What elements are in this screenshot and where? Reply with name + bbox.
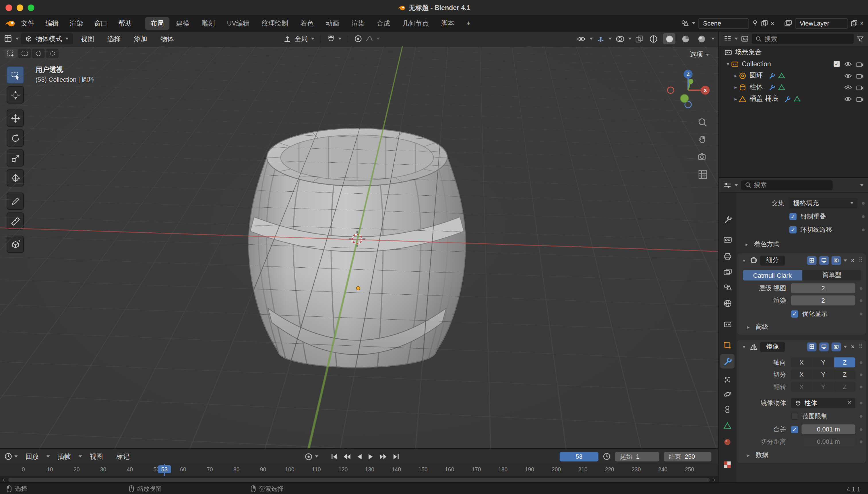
tab-output[interactable] — [720, 249, 735, 263]
scene-dropdown-chevron[interactable] — [692, 22, 696, 24]
shading-material-button[interactable] — [679, 33, 691, 44]
clamp-overlap-checkbox[interactable]: ✓ — [789, 213, 796, 220]
overlays-chevron[interactable] — [628, 38, 632, 40]
menu-edit[interactable]: 编辑 — [40, 19, 64, 28]
editor-type-icon[interactable] — [4, 35, 13, 42]
gizmos-toggle-icon[interactable] — [597, 35, 605, 42]
unlink-scene-icon[interactable]: × — [771, 20, 774, 26]
remove-view-layer-icon[interactable]: × — [860, 20, 863, 26]
select-lasso-button[interactable] — [46, 49, 58, 58]
clear-mirror-object-button[interactable]: × — [848, 399, 852, 406]
gizmo-neg-x-axis[interactable] — [667, 87, 674, 93]
shading-solid-button[interactable] — [663, 33, 675, 44]
tab-modifiers[interactable] — [720, 354, 735, 368]
camera-view-button[interactable] — [695, 150, 709, 164]
timeline-menu-view[interactable]: 视图 — [84, 452, 109, 461]
tab-view-layer[interactable] — [720, 265, 735, 279]
flip-z-button[interactable]: Z — [834, 382, 855, 392]
gizmos-chevron[interactable] — [608, 38, 612, 40]
collection-checkbox[interactable]: ✓ — [834, 61, 839, 67]
workspace-tab-uv-editing[interactable]: UV编辑 — [221, 17, 255, 30]
viewport-canvas[interactable]: 用户透视 (53) Collection | 圆环 选项 — [0, 46, 718, 448]
hide-eye-icon[interactable] — [844, 73, 852, 78]
pan-view-button[interactable] — [695, 132, 709, 147]
properties-options-chevron[interactable] — [860, 184, 864, 186]
hide-eye-icon[interactable] — [844, 96, 852, 101]
animate-dot[interactable] — [860, 385, 863, 388]
disable-render-camera-icon[interactable] — [856, 61, 863, 66]
clipping-checkbox[interactable] — [791, 413, 798, 420]
animate-dot[interactable] — [862, 228, 865, 231]
show-in-editmode-toggle[interactable] — [807, 256, 817, 265]
view-layer-field[interactable]: ViewLayer — [795, 18, 848, 29]
workspace-tab-scripting[interactable]: 脚本 — [436, 17, 460, 30]
menu-window[interactable]: 窗口 — [89, 19, 113, 28]
show-render-toggle[interactable] — [832, 256, 841, 265]
outliner-row-barrel-lid[interactable]: ▸ 桶盖-桶底 — [719, 93, 868, 104]
play-button[interactable] — [367, 453, 375, 460]
tab-scene[interactable] — [720, 280, 735, 294]
properties-editor-icon[interactable] — [724, 182, 732, 189]
modifier-name-field[interactable]: 细分 — [760, 255, 785, 265]
animate-dot[interactable] — [860, 312, 863, 315]
bisect-z-button[interactable]: Z — [834, 369, 855, 380]
animate-dot[interactable] — [860, 415, 863, 417]
tab-object-data[interactable] — [720, 418, 735, 433]
workspace-tab-animation[interactable]: 动画 — [320, 17, 345, 30]
shading-chevron[interactable] — [711, 38, 715, 40]
merge-checkbox[interactable]: ✓ — [791, 426, 798, 433]
tab-texture[interactable] — [720, 458, 735, 472]
expand-arrow-icon[interactable]: ▸ — [732, 84, 739, 90]
show-render-toggle[interactable] — [832, 342, 841, 351]
disable-render-camera-icon[interactable] — [856, 96, 863, 101]
viewport-menu-select[interactable]: 选择 — [102, 34, 126, 44]
outliner-row-collection[interactable]: ▾ Collection ✓ — [719, 58, 868, 70]
merge-distance-field[interactable]: 0.001 m — [802, 424, 855, 434]
animate-dot[interactable] — [860, 361, 863, 364]
catmull-clark-button[interactable]: Catmull-Clark — [743, 270, 802, 281]
next-keyframe-button[interactable] — [378, 453, 388, 460]
jump-to-end-button[interactable] — [392, 453, 400, 460]
outliner-row-scene-collection[interactable]: 场景集合 — [719, 46, 868, 58]
previous-keyframe-button[interactable] — [342, 453, 352, 460]
drag-handle-icon[interactable]: ⠿ — [858, 343, 863, 350]
expand-arrow-icon[interactable]: ▸ — [732, 96, 739, 101]
axis-z-button[interactable]: Z — [834, 358, 855, 367]
menu-file[interactable]: 文件 — [16, 19, 40, 28]
show-realtime-toggle[interactable] — [819, 256, 829, 265]
animate-dot[interactable] — [860, 428, 863, 431]
modifier-name-field[interactable]: 镜像 — [760, 342, 785, 352]
scrollbar-handle[interactable] — [8, 478, 709, 482]
blender-logo-menu[interactable] — [4, 19, 16, 27]
outliner-editor-icon[interactable] — [724, 35, 732, 42]
loop-slide-checkbox[interactable]: ✓ — [789, 226, 796, 233]
overlays-toggle-icon[interactable] — [616, 35, 625, 42]
hide-eye-icon[interactable] — [844, 84, 852, 90]
workspace-tab-sculpting[interactable]: 雕刻 — [196, 17, 220, 30]
simple-button[interactable]: 简单型 — [802, 270, 861, 281]
toggle-perspective-button[interactable] — [695, 167, 709, 181]
timeline-editor-icon[interactable] — [4, 453, 12, 460]
playback-chevron[interactable] — [47, 455, 50, 458]
select-tweak-button[interactable] — [4, 49, 17, 58]
show-realtime-toggle[interactable] — [819, 342, 829, 351]
data-section[interactable]: ▸ 数据 — [737, 451, 866, 459]
panel-collapse-arrow[interactable]: ▾ — [741, 344, 747, 349]
timeline-menu-marker[interactable]: 标记 — [111, 452, 135, 461]
hide-eye-icon[interactable] — [844, 61, 852, 66]
xray-toggle-icon[interactable] — [635, 35, 643, 42]
optimal-display-checkbox[interactable]: ✓ — [791, 310, 798, 317]
axis-x-button[interactable]: X — [791, 358, 812, 367]
outliner-search-field[interactable]: 搜索 — [752, 34, 854, 44]
expand-arrow-icon[interactable]: ▸ — [732, 73, 739, 78]
drag-handle-icon[interactable]: ⠿ — [858, 257, 863, 264]
auto-keying-chevron[interactable] — [315, 455, 318, 458]
tab-collection-props[interactable] — [720, 317, 735, 331]
editor-type-chevron[interactable] — [16, 38, 19, 40]
axis-y-button[interactable]: Y — [813, 358, 834, 367]
mirror-object-field[interactable]: 柱体 × — [791, 398, 855, 408]
outliner-row-torus[interactable]: ▸ 圆环 — [719, 70, 868, 81]
workspace-tab-layout[interactable]: 布局 — [145, 17, 169, 30]
tab-world[interactable] — [720, 296, 735, 310]
remove-modifier-button[interactable]: × — [851, 343, 855, 350]
